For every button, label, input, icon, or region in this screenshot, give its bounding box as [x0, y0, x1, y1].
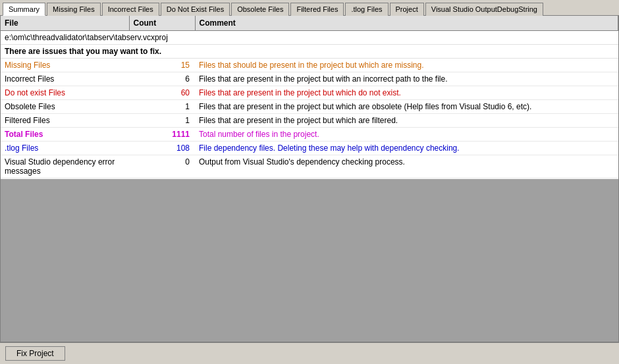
path-row: e:\om\c\threadvalidator\tabserv\tabserv.… — [1, 31, 618, 45]
row-count-5: 1111 — [129, 128, 195, 142]
table-row: Obsolete Files1Files that are present in… — [1, 100, 618, 114]
tab-.tlog-files[interactable]: .tlog Files — [345, 3, 388, 16]
row-file-4: Filtered Files — [1, 114, 129, 128]
row-comment-5: Total number of files in the project. — [195, 128, 618, 142]
col-header-count: Count — [129, 16, 195, 31]
row-file-3: Obsolete Files — [1, 100, 129, 114]
row-comment-6: File dependency files. Deleting these ma… — [195, 142, 618, 155]
tab-obsolete-files[interactable]: Obsolete Files — [231, 3, 289, 16]
row-count-6: 108 — [129, 142, 195, 155]
tab-filtered-files[interactable]: Filtered Files — [290, 3, 344, 16]
tab-do-not-exist-files[interactable]: Do Not Exist Files — [161, 3, 230, 16]
table-row: Filtered Files1Files that are present in… — [1, 114, 618, 128]
row-count-1: 6 — [129, 72, 195, 86]
row-comment-3: Files that are present in the project bu… — [195, 100, 618, 114]
row-comment-7: Output from Visual Studio's dependency c… — [195, 155, 618, 178]
table-row: Incorrect Files6Files that are present i… — [1, 72, 618, 86]
tab-visual-studio-outputdebugstring[interactable]: Visual Studio OutputDebugString — [425, 3, 543, 16]
footer: Fix Project — [0, 342, 619, 364]
table-row: Do not exist Files60Files that are prese… — [1, 86, 618, 100]
summary-table: File Count Comment e:\om\c\threadvalidat… — [1, 16, 618, 178]
project-path: e:\om\c\threadvalidator\tabserv\tabserv.… — [1, 31, 618, 45]
row-count-7: 0 — [129, 155, 195, 178]
table-row: Missing Files15Files that should be pres… — [1, 59, 618, 72]
row-count-3: 1 — [129, 100, 195, 114]
notice-row: There are issues that you may want to fi… — [1, 45, 618, 59]
row-comment-1: Files that are present in the project bu… — [195, 72, 618, 86]
tab-missing-files[interactable]: Missing Files — [47, 3, 101, 16]
table-row: Visual Studio dependency error messages0… — [1, 155, 618, 178]
row-count-4: 1 — [129, 114, 195, 128]
table-row: .tlog Files108File dependency files. Del… — [1, 142, 618, 155]
notice-text: There are issues that you may want to fi… — [1, 45, 618, 59]
gray-area — [1, 179, 618, 342]
row-count-2: 60 — [129, 86, 195, 100]
tab-summary[interactable]: Summary — [3, 3, 45, 16]
table-container: File Count Comment e:\om\c\threadvalidat… — [1, 16, 618, 179]
row-file-2: Do not exist Files — [1, 86, 129, 100]
tab-bar: SummaryMissing FilesIncorrect FilesDo No… — [0, 0, 619, 16]
row-comment-4: Files that are present in the project bu… — [195, 114, 618, 128]
main-content: File Count Comment e:\om\c\threadvalidat… — [0, 16, 619, 342]
row-file-5: Total Files — [1, 128, 129, 142]
row-file-1: Incorrect Files — [1, 72, 129, 86]
tab-incorrect-files[interactable]: Incorrect Files — [102, 3, 159, 16]
row-file-6: .tlog Files — [1, 142, 129, 155]
row-comment-0: Files that should be present in the proj… — [195, 59, 618, 72]
row-file-0: Missing Files — [1, 59, 129, 72]
tab-project[interactable]: Project — [390, 3, 424, 16]
row-comment-2: Files that are present in the project bu… — [195, 86, 618, 100]
row-file-7: Visual Studio dependency error messages — [1, 155, 129, 178]
fix-project-button[interactable]: Fix Project — [5, 346, 65, 361]
col-header-comment: Comment — [195, 16, 618, 31]
col-header-file: File — [1, 16, 129, 31]
table-row: Total Files1111Total number of files in … — [1, 128, 618, 142]
row-count-0: 15 — [129, 59, 195, 72]
